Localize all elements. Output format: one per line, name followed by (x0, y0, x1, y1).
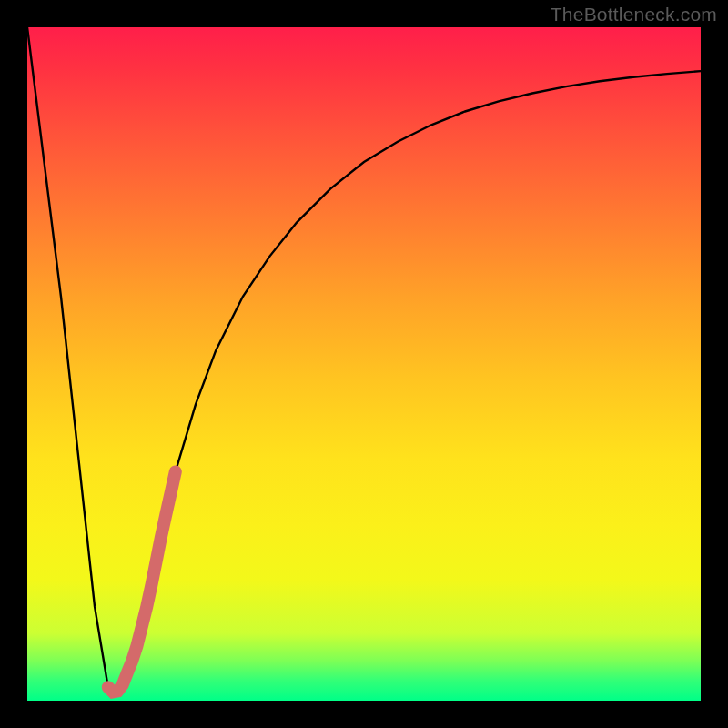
plot-area (27, 27, 701, 701)
highlight-segment (108, 471, 176, 692)
curve-layer (27, 27, 701, 701)
bottleneck-curve (27, 27, 701, 694)
chart-frame: TheBottleneck.com (0, 0, 728, 728)
attribution-label: TheBottleneck.com (551, 4, 717, 25)
